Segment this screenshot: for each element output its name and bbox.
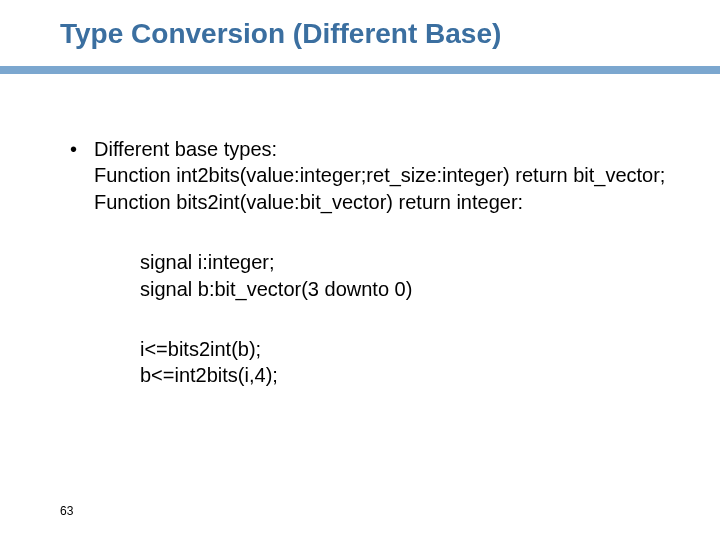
signal-line-2: signal b:bit_vector(3 downto 0) (140, 276, 670, 302)
bullet-body: Different base types: Function int2bits(… (94, 136, 670, 215)
bullet-item: • Different base types: Function int2bit… (70, 136, 670, 215)
bullet-line-2: Function bits2int(value:bit_vector) retu… (94, 189, 670, 215)
signal-line-1: signal i:integer; (140, 249, 670, 275)
assign-line-2: b<=int2bits(i,4); (140, 362, 670, 388)
signal-block: signal i:integer; signal b:bit_vector(3 … (70, 249, 670, 302)
slide-content: • Different base types: Function int2bit… (0, 74, 720, 389)
bullet-heading: Different base types: (94, 136, 670, 162)
page-number: 63 (60, 504, 73, 518)
bullet-line-1: Function int2bits(value:integer;ret_size… (94, 162, 670, 188)
bullet-dot-icon: • (70, 136, 94, 162)
title-underline-rule (0, 66, 720, 74)
assign-block: i<=bits2int(b); b<=int2bits(i,4); (70, 336, 670, 389)
slide: Type Conversion (Different Base) • Diffe… (0, 0, 720, 540)
slide-title: Type Conversion (Different Base) (0, 18, 720, 66)
assign-line-1: i<=bits2int(b); (140, 336, 670, 362)
